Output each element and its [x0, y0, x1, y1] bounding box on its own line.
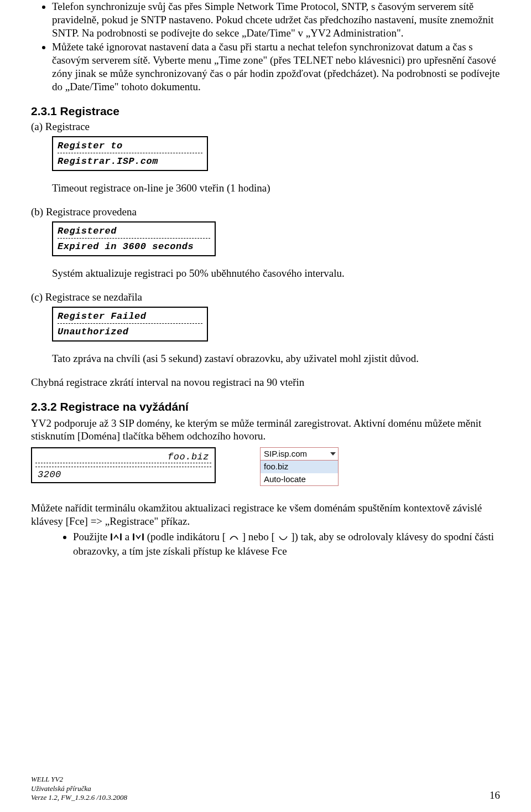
lcd-line: Registrar.ISP.com	[58, 156, 158, 167]
bullet-item: Telefon synchronizuje svůj čas přes Simp…	[52, 0, 500, 39]
lcd-line: Register to	[58, 141, 123, 151]
footer-line: WELL YV2	[31, 775, 127, 784]
bullet-list-232: Použijte a (podle indikátoru [ ] nebo [ …	[31, 530, 500, 558]
heading-232: 2.3.2 Registrace na vyžádání	[31, 400, 500, 414]
note-c-2: Chybná registrace zkrátí interval na nov…	[31, 376, 500, 389]
intro-bullet-list: Telefon synchronizuje svůj čas přes Simp…	[31, 0, 500, 93]
dropdown-list: foo.biz Auto-locate	[260, 460, 339, 487]
dropdown-header[interactable]: SIP.isp.com	[261, 448, 338, 461]
lcd-registered: Registered Expired in 3600 seconds	[52, 221, 216, 256]
note-b: Systém aktualizuje registraci po 50% ubě…	[52, 267, 500, 280]
footer-line: Verze 1.2, FW_1.9.2.6 /10.3.2008	[31, 793, 127, 802]
lcd-register-failed: Register Failed Unauthorized	[52, 307, 208, 342]
lcd-line: Unauthorized	[58, 327, 128, 337]
lcd-domain-top: foo.biz	[168, 452, 209, 462]
text-fragment: ] nebo [	[242, 531, 275, 542]
para-232-2: Můžete nařídit terminálu okamžitou aktua…	[31, 501, 500, 528]
dropdown-item[interactable]: foo.biz	[261, 461, 338, 473]
lcd-domain-bot: 3200	[38, 469, 61, 480]
text-fragment: (podle indikátoru [	[147, 531, 226, 542]
footer-line: Uživatelská příručka	[31, 784, 127, 793]
lcd-line: Registered	[58, 226, 117, 236]
note-c-1: Tato zpráva na chvíli (asi 5 sekund) zas…	[52, 352, 500, 365]
chevron-down-icon	[330, 452, 336, 456]
intro-232: YV2 podporuje až 3 SIP domény, ke kterým…	[31, 417, 500, 443]
page-footer: WELL YV2 Uživatelská příručka Verze 1.2,…	[31, 775, 500, 802]
domain-dropdown[interactable]: SIP.isp.com foo.biz Auto-locate	[260, 447, 339, 486]
bullet-item: Použijte a (podle indikátoru [ ] nebo [ …	[73, 530, 500, 558]
page-number: 16	[490, 789, 500, 802]
lcd-domain: foo.biz 3200	[31, 447, 216, 483]
lcd-line: Expired in 3600 seconds	[58, 241, 194, 252]
lcd-line: Register Failed	[58, 311, 147, 322]
indicator-down-icon	[278, 531, 288, 545]
domain-illustration: foo.biz 3200 SIP.isp.com foo.biz Auto-lo…	[31, 447, 500, 486]
text-fragment: Použijte	[73, 531, 110, 542]
lcd-register-to: Register to Registrar.ISP.com	[52, 136, 208, 171]
label-a: (a) Registrace	[31, 120, 500, 133]
note-a: Timeout registrace on-line je 3600 vteři…	[52, 182, 500, 195]
label-c: (c) Registrace se nezdařila	[31, 291, 500, 304]
dropdown-item[interactable]: Auto-locate	[261, 473, 338, 486]
label-b: (b) Registrace provedena	[31, 205, 500, 219]
key-up-icon	[111, 531, 122, 545]
dropdown-selected: SIP.isp.com	[264, 449, 307, 459]
text-fragment: a	[125, 531, 132, 542]
key-down-icon	[133, 531, 144, 545]
bullet-item: Můžete také ignorovat nastavení data a č…	[52, 40, 500, 93]
heading-231: 2.3.1 Registrace	[31, 104, 500, 118]
indicator-up-icon	[229, 531, 239, 545]
